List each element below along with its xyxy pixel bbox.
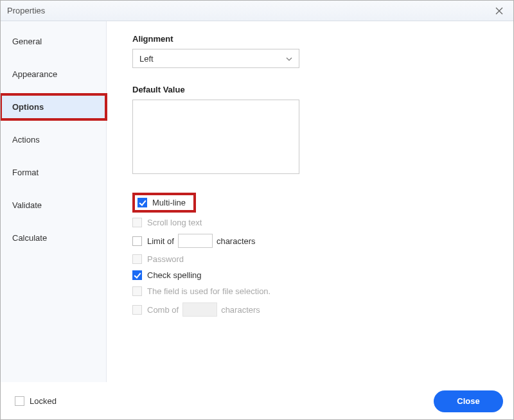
dialog-footer: Locked Close bbox=[1, 382, 513, 419]
file-selection-label: The field is used for file selection. bbox=[147, 286, 270, 296]
check-spelling-checkbox[interactable] bbox=[132, 270, 142, 280]
locked-label: Locked bbox=[30, 396, 57, 406]
password-label: Password bbox=[147, 254, 184, 264]
scroll-long-text-row: Scroll long text bbox=[132, 218, 494, 227]
sidebar-item-calculate[interactable]: Calculate bbox=[1, 225, 106, 250]
limit-of-label: Limit of bbox=[147, 236, 174, 246]
limit-of-checkbox[interactable] bbox=[132, 236, 142, 246]
multi-line-highlight: Multi-line bbox=[132, 193, 196, 213]
alignment-value: Left bbox=[139, 54, 286, 64]
locked-checkbox[interactable] bbox=[15, 396, 24, 406]
sidebar-item-general[interactable]: General bbox=[1, 29, 106, 54]
default-value-label: Default Value bbox=[132, 85, 494, 94]
close-button[interactable]: Close bbox=[434, 390, 503, 412]
limit-of-characters-label: characters bbox=[217, 236, 256, 246]
multi-line-label: Multi-line bbox=[152, 198, 186, 207]
scroll-long-text-label: Scroll long text bbox=[147, 218, 202, 227]
close-icon[interactable] bbox=[492, 3, 507, 19]
limit-of-input[interactable] bbox=[178, 234, 213, 248]
comb-of-input bbox=[182, 302, 217, 317]
comb-of-row: Comb of characters bbox=[132, 302, 494, 317]
titlebar: Properties bbox=[1, 1, 513, 21]
multi-line-checkbox[interactable] bbox=[137, 198, 147, 207]
file-selection-checkbox[interactable] bbox=[132, 286, 142, 296]
limit-of-row: Limit of characters bbox=[132, 234, 494, 248]
sidebar-item-format[interactable]: Format bbox=[1, 160, 106, 185]
scroll-long-text-checkbox[interactable] bbox=[132, 218, 142, 227]
properties-dialog: Properties General Appearance Options Ac… bbox=[0, 0, 514, 420]
default-value-textarea[interactable] bbox=[132, 100, 299, 174]
sidebar-item-validate[interactable]: Validate bbox=[1, 193, 106, 218]
comb-of-label: Comb of bbox=[147, 305, 179, 315]
comb-of-characters-label: characters bbox=[221, 305, 260, 315]
comb-of-checkbox[interactable] bbox=[132, 305, 142, 315]
password-row: Password bbox=[132, 254, 494, 264]
check-spelling-label: Check spelling bbox=[147, 270, 202, 280]
alignment-select[interactable]: Left bbox=[132, 49, 299, 68]
check-spelling-row: Check spelling bbox=[132, 270, 494, 280]
password-checkbox[interactable] bbox=[132, 254, 142, 264]
sidebar-item-appearance[interactable]: Appearance bbox=[1, 62, 106, 87]
alignment-label: Alignment bbox=[132, 34, 494, 44]
file-selection-row: The field is used for file selection. bbox=[132, 286, 494, 296]
sidebar-item-options[interactable]: Options bbox=[1, 94, 106, 119]
sidebar-item-actions[interactable]: Actions bbox=[1, 127, 106, 152]
chevron-down-icon bbox=[286, 55, 292, 62]
sidebar: General Appearance Options Actions Forma… bbox=[1, 21, 107, 382]
dialog-title: Properties bbox=[7, 6, 45, 15]
options-panel: Alignment Left Default Value Multi-line bbox=[107, 21, 513, 382]
